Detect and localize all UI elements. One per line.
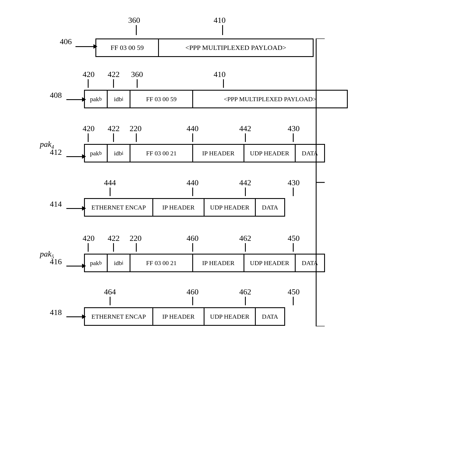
label-416: 416 bbox=[50, 257, 62, 266]
av-422-r2 bbox=[113, 79, 114, 88]
label-414: 414 bbox=[50, 200, 62, 209]
av-464-r6 bbox=[110, 297, 111, 305]
cell-ff0059-r2: FF 03 00 59 bbox=[130, 91, 193, 107]
label-440-r4: 440 bbox=[187, 178, 199, 187]
label-464-r6: 464 bbox=[104, 287, 116, 296]
label-442-r4: 442 bbox=[239, 178, 251, 187]
label-220-r5: 220 bbox=[130, 234, 142, 243]
label-462-r5: 462 bbox=[239, 234, 251, 243]
av-440-r3 bbox=[192, 133, 193, 142]
label-430-r3: 430 bbox=[288, 124, 300, 133]
av-460-r6 bbox=[192, 297, 193, 305]
cell-idbi-r2: idbi bbox=[108, 91, 130, 107]
av-442-r3 bbox=[245, 133, 246, 142]
label-406: 406 bbox=[60, 37, 72, 46]
cell-ff0021-r3: FF 03 00 21 bbox=[130, 145, 193, 162]
av-430-r3 bbox=[293, 133, 294, 142]
label-420-r3: 420 bbox=[83, 124, 95, 133]
cell-ipheader-r5: IP HEADER bbox=[193, 255, 244, 271]
cell-ipheader-r6: IP HEADER bbox=[153, 308, 205, 325]
av-420-r5 bbox=[88, 243, 89, 252]
cell-ipheader-r3: IP HEADER bbox=[193, 145, 244, 162]
right-brace bbox=[313, 38, 330, 326]
cell-pakb-r2: pakb bbox=[85, 91, 108, 107]
av-450-r6 bbox=[293, 297, 294, 305]
label-442-r3: 442 bbox=[239, 124, 251, 133]
cell-ipheader-r4: IP HEADER bbox=[153, 199, 205, 216]
label-450-r6: 450 bbox=[288, 287, 300, 296]
cell-udpheader-r6: UDP HEADER bbox=[205, 308, 256, 325]
cell-idbi-r5: idbi bbox=[108, 255, 130, 271]
row-1: FF 03 00 59 <PPP MULTIPLEXED PAYLOAD> bbox=[95, 38, 314, 57]
av-440-r4 bbox=[192, 188, 193, 196]
cell-ff0021-r5: FF 03 00 21 bbox=[130, 255, 193, 271]
av-420-r3 bbox=[88, 133, 89, 142]
label-220-r3: 220 bbox=[130, 124, 142, 133]
label-420-r5: 420 bbox=[83, 234, 95, 243]
av-462-r5 bbox=[245, 243, 246, 252]
label-450-r5: 450 bbox=[288, 234, 300, 243]
label-360-top: 360 bbox=[128, 16, 140, 25]
av-420-r2 bbox=[88, 79, 89, 88]
av-462-r6 bbox=[245, 297, 246, 305]
label-410-r2: 410 bbox=[214, 70, 226, 79]
label-410-top: 410 bbox=[214, 16, 226, 25]
av-410-r2 bbox=[223, 79, 224, 88]
label-462-r6: 462 bbox=[239, 287, 251, 296]
arrow-418 bbox=[66, 316, 83, 317]
cell-idbi-r3: idbi bbox=[108, 145, 130, 162]
label-422-r2: 422 bbox=[108, 70, 120, 79]
av-450-r5 bbox=[293, 243, 294, 252]
cell-data-r6: DATA bbox=[256, 308, 284, 325]
arrow-360-top bbox=[136, 25, 137, 35]
label-422-r3: 422 bbox=[108, 124, 120, 133]
av-360-r2 bbox=[137, 79, 138, 88]
cell-eth-encap-r6: ETHERNET ENCAP bbox=[85, 308, 153, 325]
label-444-r4: 444 bbox=[104, 178, 116, 187]
label-408: 408 bbox=[50, 91, 62, 100]
label-412: 412 bbox=[50, 148, 62, 157]
label-440-r3: 440 bbox=[187, 124, 199, 133]
label-418: 418 bbox=[50, 308, 62, 317]
av-220-r3 bbox=[136, 133, 137, 142]
av-422-r5 bbox=[113, 243, 114, 252]
cell-data-r4: DATA bbox=[256, 199, 284, 216]
av-422-r3 bbox=[113, 133, 114, 142]
arrow-408 bbox=[66, 99, 83, 100]
cell-pakb-r3: pakb bbox=[85, 145, 108, 162]
label-420-r2: 420 bbox=[83, 70, 95, 79]
cell-udpheader-r3: UDP HEADER bbox=[244, 145, 296, 162]
label-360-r2: 360 bbox=[131, 70, 143, 79]
row-5: pakb idbi FF 03 00 21 IP HEADER UDP HEAD… bbox=[84, 254, 325, 272]
arrow-410-top bbox=[222, 25, 223, 35]
label-460-r5: 460 bbox=[187, 234, 199, 243]
row-6: ETHERNET ENCAP IP HEADER UDP HEADER DATA bbox=[84, 307, 285, 326]
label-430-r4: 430 bbox=[288, 178, 300, 187]
row-4: ETHERNET ENCAP IP HEADER UDP HEADER DATA bbox=[84, 198, 285, 217]
cell-ppp-payload-1: <PPP MULTIPLEXED PAYLOAD> bbox=[159, 39, 313, 56]
label-422-r5: 422 bbox=[108, 234, 120, 243]
cell-eth-encap-r4: ETHERNET ENCAP bbox=[85, 199, 153, 216]
arrow-414 bbox=[66, 208, 83, 209]
arrow-412 bbox=[66, 156, 83, 157]
row-3: pakb idbi FF 03 00 21 IP HEADER UDP HEAD… bbox=[84, 144, 325, 162]
label-460-r6: 460 bbox=[187, 287, 199, 296]
av-460-r5 bbox=[192, 243, 193, 252]
cell-pakb-r5: pakb bbox=[85, 255, 108, 271]
av-444-r4 bbox=[110, 188, 111, 196]
arrow-406 bbox=[75, 46, 94, 47]
arrow-416 bbox=[66, 266, 83, 267]
cell-udpheader-r5: UDP HEADER bbox=[244, 255, 296, 271]
av-442-r4 bbox=[245, 188, 246, 196]
av-430-r4 bbox=[293, 188, 294, 196]
diagram: 360 410 406 FF 03 00 59 <PPP MULTIPLEXED… bbox=[0, 0, 456, 476]
av-220-r5 bbox=[136, 243, 137, 252]
cell-udpheader-r4: UDP HEADER bbox=[205, 199, 256, 216]
cell-ff0059: FF 03 00 59 bbox=[96, 39, 159, 56]
row-2: pakb idbi FF 03 00 59 <PPP MULTIPLEXED P… bbox=[84, 90, 348, 108]
